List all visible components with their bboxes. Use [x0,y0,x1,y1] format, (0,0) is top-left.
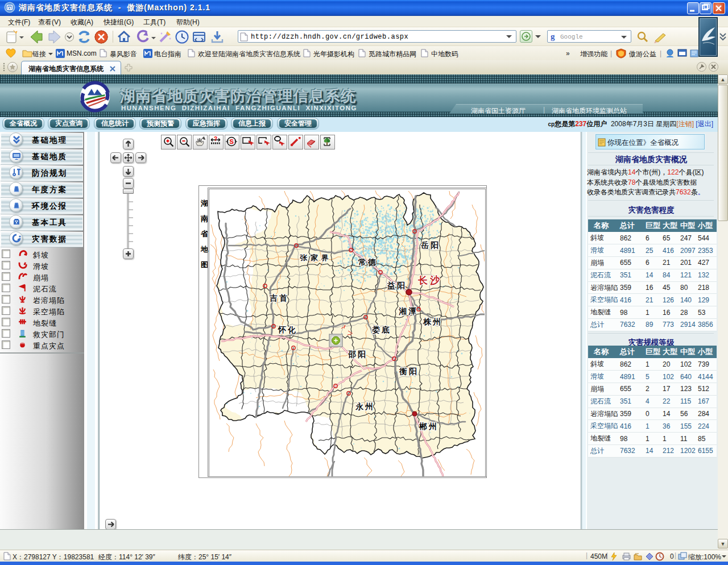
svg-text:衡阳: 衡阳 [399,367,419,376]
svg-text:邵阳: 邵阳 [348,350,367,359]
svg-text:常德: 常德 [358,257,378,267]
svg-text:湘潭: 湘潭 [398,306,418,315]
svg-text:吉首: 吉首 [269,293,289,302]
svg-text:?: ? [214,136,217,142]
svg-text:永州: 永州 [355,402,375,411]
svg-text:株州: 株州 [423,317,442,326]
svg-text:郴州: 郴州 [419,422,439,431]
svg-text:岳阳: 岳阳 [420,240,440,250]
svg-text:娄底: 娄底 [372,325,391,334]
svg-text:长沙: 长沙 [417,275,442,286]
svg-text:张家界: 张家界 [300,254,332,262]
svg-text:益阳: 益阳 [387,281,407,290]
svg-text:怀化: 怀化 [278,325,297,334]
svg-text:S: S [230,138,234,145]
